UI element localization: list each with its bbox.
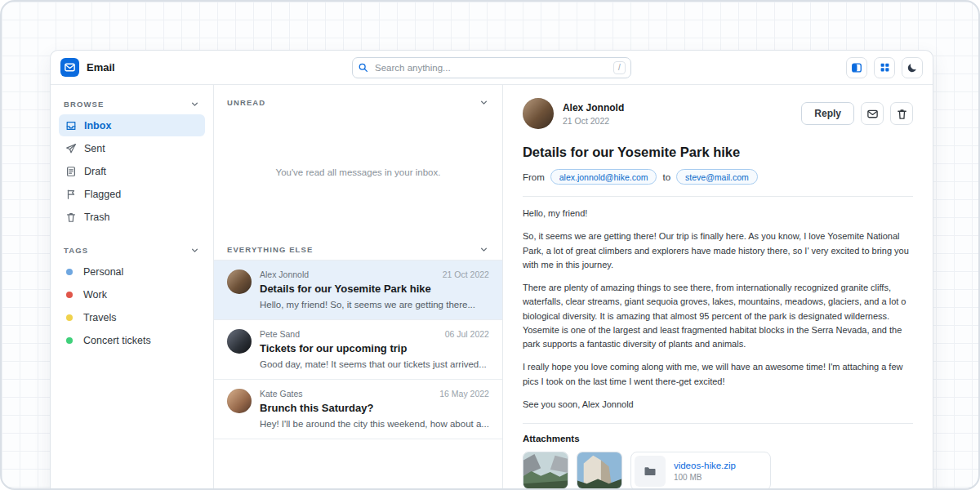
unread-empty-message: You've read all messages in your inbox. bbox=[214, 113, 502, 232]
tag-item-travels[interactable]: Travels bbox=[59, 306, 205, 328]
email-logo-icon bbox=[60, 58, 79, 77]
main-area: BROWSE Inbox bbox=[51, 85, 933, 490]
detail-sender-name: Alex Jonnold bbox=[563, 102, 624, 114]
search-icon bbox=[358, 62, 368, 73]
email-date: 06 Jul 2022 bbox=[445, 329, 489, 339]
divider bbox=[523, 196, 913, 197]
browse-collapse-chevron-icon[interactable] bbox=[189, 99, 200, 109]
tag-item-personal[interactable]: Personal bbox=[59, 261, 205, 283]
apps-grid-button[interactable] bbox=[874, 57, 895, 78]
search-box[interactable]: / bbox=[352, 57, 631, 78]
body-paragraph: See you soon, Alex Jonnold bbox=[523, 398, 913, 412]
tag-item-concert-tickets[interactable]: Concert tickets bbox=[59, 329, 205, 351]
email-snippet: Hello, my friend! So, it seems we are ge… bbox=[260, 300, 489, 310]
email-title: Brunch this Saturday? bbox=[260, 402, 489, 414]
from-label: From bbox=[523, 172, 545, 182]
tag-label: Personal bbox=[83, 266, 123, 278]
top-actions bbox=[768, 57, 923, 78]
file-name: videos-hike.zip bbox=[674, 461, 736, 470]
apps-grid-icon bbox=[880, 62, 890, 73]
el-capitan-image bbox=[577, 452, 621, 488]
tag-label: Travels bbox=[83, 312, 117, 323]
email-date: 16 May 2022 bbox=[439, 389, 489, 399]
sidebar-item-draft[interactable]: Draft bbox=[59, 160, 205, 182]
tags-collapse-chevron-icon[interactable] bbox=[189, 245, 200, 256]
email-subject: Details for our Yosemite Park hike bbox=[523, 145, 913, 160]
tag-dot-concert-tickets bbox=[66, 337, 73, 344]
unread-collapse-chevron-icon[interactable] bbox=[479, 97, 489, 108]
everything-else-collapse-chevron-icon[interactable] bbox=[479, 244, 489, 255]
tag-dot-work bbox=[66, 292, 73, 298]
email-title: Details for our Yosemite Park hike bbox=[260, 283, 489, 295]
email-date: 21 Oct 2022 bbox=[443, 270, 489, 279]
search-input[interactable] bbox=[373, 62, 608, 74]
attachments-row: videos-hike.zip 100 MB bbox=[523, 452, 913, 490]
dark-mode-icon bbox=[906, 62, 918, 74]
file-attachment-card[interactable]: videos-hike.zip 100 MB bbox=[630, 452, 771, 490]
tags-section-header: TAGS bbox=[59, 239, 205, 261]
email-list-item-1[interactable]: Alex Jonnold 21 Oct 2022 Details for our… bbox=[214, 261, 502, 320]
browse-label: BROWSE bbox=[64, 100, 104, 109]
search-area: / bbox=[225, 57, 758, 78]
email-title: Tickets for our upcoming trip bbox=[260, 342, 489, 354]
email-item-content: Kate Gates 16 May 2022 Brunch this Satur… bbox=[260, 389, 489, 429]
inbox-icon bbox=[65, 120, 77, 131]
sidebar-item-sent[interactable]: Sent bbox=[59, 137, 205, 159]
email-snippet: Good day, mate! It seems that our ticket… bbox=[260, 359, 489, 369]
email-list-item-2[interactable]: Pete Sand 06 Jul 2022 Tickets for our up… bbox=[214, 320, 502, 380]
email-list-item-3[interactable]: Kate Gates 16 May 2022 Brunch this Satur… bbox=[214, 380, 502, 439]
message-list-column: UNREAD You've read all messages in your … bbox=[214, 85, 503, 490]
tag-label: Concert tickets bbox=[83, 335, 151, 346]
delete-button[interactable] bbox=[890, 102, 913, 125]
tag-dot-personal bbox=[66, 269, 73, 275]
reply-button[interactable]: Reply bbox=[801, 102, 854, 125]
email-item-content: Pete Sand 06 Jul 2022 Tickets for our up… bbox=[260, 329, 489, 369]
forward-mail-button[interactable] bbox=[861, 102, 884, 125]
everything-else-label: EVERYTHING ELSE bbox=[227, 245, 313, 254]
unread-label: UNREAD bbox=[227, 98, 265, 107]
panel-toggle-icon bbox=[851, 62, 862, 74]
draft-icon bbox=[65, 166, 77, 177]
photo-attachment-1[interactable] bbox=[523, 452, 568, 489]
email-item-content: Alex Jonnold 21 Oct 2022 Details for our… bbox=[260, 270, 489, 310]
trash-icon bbox=[896, 108, 908, 120]
attachments-label: Attachments bbox=[523, 434, 913, 443]
tag-label: Work bbox=[83, 289, 107, 301]
email-list: Alex Jonnold 21 Oct 2022 Details for our… bbox=[214, 260, 502, 439]
search-shortcut-badge: / bbox=[613, 61, 626, 74]
from-email-chip[interactable]: alex.jonnold@hike.com bbox=[550, 169, 657, 185]
yosemite-valley-image bbox=[523, 452, 568, 488]
detail-date: 21 Oct 2022 bbox=[563, 116, 624, 126]
browse-nav: Inbox Sent Draft bbox=[59, 114, 205, 228]
detail-actions: Reply bbox=[801, 102, 913, 125]
sidebar-item-inbox[interactable]: Inbox bbox=[59, 114, 205, 136]
page-background: Email / bbox=[0, 0, 980, 490]
tags-label: TAGS bbox=[64, 246, 88, 255]
avatar bbox=[227, 270, 252, 294]
panel-toggle-button[interactable] bbox=[846, 57, 867, 78]
sidebar-item-label: Sent bbox=[84, 143, 105, 154]
dark-mode-button[interactable] bbox=[902, 57, 923, 78]
email-sender: Alex Jonnold bbox=[260, 270, 309, 279]
email-app-window: Email / bbox=[50, 50, 933, 490]
to-label: to bbox=[662, 172, 670, 182]
to-email-chip[interactable]: steve@mail.com bbox=[676, 169, 758, 185]
file-size: 100 MB bbox=[674, 473, 736, 482]
sidebar-item-label: Flagged bbox=[84, 189, 121, 200]
body-paragraph: Hello, my friend! bbox=[523, 207, 913, 220]
browse-section-header: BROWSE bbox=[59, 93, 205, 114]
divider bbox=[523, 423, 913, 424]
trash-icon bbox=[65, 212, 77, 223]
tag-item-work[interactable]: Work bbox=[59, 283, 205, 305]
photo-attachment-2[interactable] bbox=[577, 452, 622, 489]
everything-else-section-header: EVERYTHING ELSE bbox=[214, 232, 502, 260]
email-body: Hello, my friend! So, it seems we are ge… bbox=[523, 207, 913, 412]
avatar bbox=[227, 329, 252, 354]
sender-avatar bbox=[523, 98, 554, 129]
sidebar-item-label: Trash bbox=[84, 212, 110, 223]
tags-section: TAGS Personal Work bbox=[59, 239, 205, 351]
sidebar-item-trash[interactable]: Trash bbox=[59, 206, 205, 228]
email-snippet: Hey! I'll be around the city this weeken… bbox=[260, 419, 489, 429]
detail-header: Alex Jonnold 21 Oct 2022 Reply bbox=[523, 98, 913, 129]
sidebar-item-flagged[interactable]: Flagged bbox=[59, 183, 205, 205]
